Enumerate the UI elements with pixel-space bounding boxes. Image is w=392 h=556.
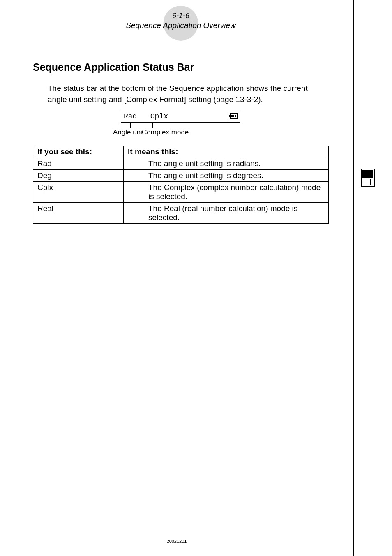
- table-header-left: If you see this:: [33, 146, 124, 158]
- table-header-right: It means this:: [124, 146, 329, 158]
- callout-line-2: [152, 123, 153, 128]
- statusbar-complex-mode: Cplx: [150, 112, 168, 120]
- page-subtitle: Sequence Application Overview: [33, 21, 329, 30]
- table-cell-desc: The angle unit setting is degrees.: [124, 170, 329, 182]
- calculator-icon-screen: [362, 170, 373, 178]
- calculator-side-icon: [361, 169, 375, 187]
- table-cell-key: Rad: [33, 158, 124, 170]
- table-cell-key: Deg: [33, 170, 124, 182]
- page: 6-1-6 Sequence Application Overview Sequ…: [0, 0, 354, 556]
- battery-icon: [229, 113, 238, 121]
- page-footer: 20021201: [0, 539, 353, 544]
- page-code: 6-1-6: [33, 12, 329, 21]
- table-cell-desc: The Complex (complex number calculation)…: [124, 182, 329, 203]
- page-header: 6-1-6 Sequence Application Overview: [33, 0, 329, 42]
- statusbar-callouts: Angle unit Complex mode: [121, 123, 240, 139]
- table-header-row: If you see this: It means this:: [33, 146, 329, 158]
- table-cell-desc: The Real (real number calculation) mode …: [124, 203, 329, 224]
- table-cell-key: Cplx: [33, 182, 124, 203]
- callout-line-1: [130, 123, 131, 128]
- status-legend-table: If you see this: It means this: Rad The …: [33, 146, 329, 224]
- table-cell-desc: The angle unit setting is radians.: [124, 158, 329, 170]
- calculator-icon-keys: [362, 179, 373, 185]
- section-title: Sequence Application Status Bar: [33, 61, 329, 73]
- statusbar-illustration: Rad Cplx Angle unit Complex mode: [33, 111, 329, 139]
- table-row: Deg The angle unit setting is degrees.: [33, 170, 329, 182]
- callout-complex-mode: Complex mode: [142, 128, 189, 137]
- statusbar-box: Rad Cplx: [121, 111, 240, 123]
- table-cell-key: Real: [33, 203, 124, 224]
- table-row: Rad The angle unit setting is radians.: [33, 158, 329, 170]
- section-intro: The status bar at the bottom of the Sequ…: [33, 83, 329, 105]
- svg-rect-2: [231, 115, 233, 117]
- statusbar-angle-unit: Rad: [124, 112, 137, 120]
- section-rule: [33, 56, 329, 56]
- svg-rect-4: [235, 115, 236, 117]
- table-row: Cplx The Complex (complex number calcula…: [33, 182, 329, 203]
- table-row: Real The Real (real number calculation) …: [33, 203, 329, 224]
- callout-angle-unit: Angle unit: [113, 128, 144, 137]
- svg-rect-3: [233, 115, 234, 117]
